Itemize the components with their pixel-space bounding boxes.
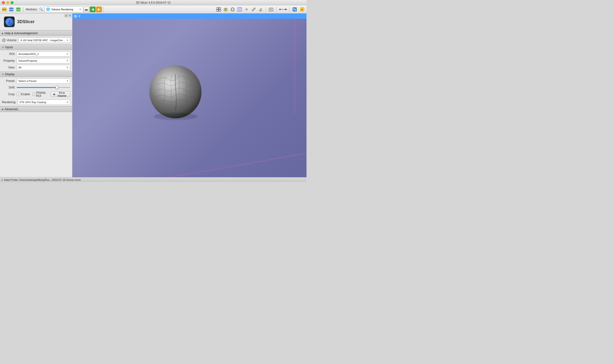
fit-to-volume-button[interactable]: ⊕ Fit to Volume <box>50 91 70 97</box>
svg-text:✳: ✳ <box>245 7 248 11</box>
preset-row: Preset: Select a Preset ▼ <box>2 78 70 84</box>
property-dropdown[interactable]: VolumeProperty ▼ <box>17 58 70 63</box>
left-toolbar-group: DATA DCM SAVE <box>1 6 22 13</box>
screenshot-button[interactable] <box>268 6 274 13</box>
rendering-dropdown-value: VTK GPU Ray Casting <box>19 101 66 104</box>
shift-row: Shift: <box>0 85 72 90</box>
eraser-button[interactable] <box>257 6 264 13</box>
modules-search-button[interactable]: 🔍 <box>39 7 43 12</box>
close-button[interactable] <box>2 1 5 4</box>
svg-text:E: E <box>301 8 303 11</box>
nav-back-button[interactable]: ▬ <box>83 7 89 12</box>
preset-dropdown-value: Select a Preset <box>18 79 66 82</box>
main-layout: ⊡ ✕ 3DSlicer ▶ Help & Acknowledgement <box>0 13 306 177</box>
maximize-button[interactable] <box>11 1 14 4</box>
svg-rect-9 <box>219 10 221 11</box>
shift-label: Shift: <box>2 86 15 89</box>
data-button[interactable]: DATA <box>1 6 8 13</box>
cube-button[interactable] <box>222 6 229 13</box>
slicer-logo <box>4 16 15 27</box>
svg-point-33 <box>3 39 5 41</box>
enable-label-text: Enable <box>21 92 30 96</box>
asterisk-button[interactable]: ✳ <box>243 6 250 13</box>
svg-marker-23 <box>285 8 287 10</box>
svg-text:Py: Py <box>293 8 296 11</box>
volume-dropdown-arrow: ▼ <box>66 39 68 41</box>
nav-prev-button[interactable]: ◀ <box>90 7 95 12</box>
display-roi-label-text: Display ROI <box>36 91 48 98</box>
advanced-section: ▶ Advanced... <box>0 106 72 112</box>
rendering-dropdown[interactable]: VTK GPU Ray Casting ▼ <box>18 100 70 105</box>
panel-close-button[interactable]: ✕ <box>68 14 72 17</box>
enable-checkbox[interactable]: ✓ <box>17 92 20 96</box>
panel-pin-button[interactable]: ⊡ <box>64 14 68 17</box>
inputs-section-label: Inputs <box>5 46 13 49</box>
roi-label: ROI: <box>2 52 15 56</box>
mesh-button[interactable] <box>236 6 243 13</box>
panel-header: 3DSlicer <box>0 13 72 30</box>
preset-dropdown[interactable]: Select a Preset ▼ <box>17 78 70 84</box>
display-section-header[interactable]: ▼ Display <box>0 71 72 77</box>
help-section-label: Help & Acknowledgement <box>5 32 38 35</box>
help-section-header[interactable]: ▶ Help & Acknowledgement <box>0 30 72 36</box>
svg-point-36 <box>154 113 197 120</box>
dcm-button[interactable]: DCM <box>8 6 15 13</box>
inputs-form: ROI: AnnotationROI_1 ▼ Property: VolumeP… <box>0 50 72 71</box>
display-arrow-icon: ▼ <box>2 73 4 76</box>
view-dropdown-value: All <box>18 66 66 69</box>
inputs-section-header[interactable]: ▼ Inputs <box>0 44 72 50</box>
volume-label: Volume: <box>2 38 17 42</box>
advanced-section-header[interactable]: ▶ Advanced... <box>0 106 72 112</box>
volume-dropdown[interactable]: 4: AX fetal SSFSE ARC - imageOrientation… <box>19 38 70 43</box>
status-bar: ▸ Data Probe: /Users/esteegoldberg/Doc..… <box>0 177 306 182</box>
nav-next-button[interactable]: ▶ <box>96 7 102 12</box>
inputs-arrow-icon: ▼ <box>2 46 4 49</box>
property-dropdown-arrow: ▼ <box>66 60 68 62</box>
viewport-number: 1 <box>74 15 77 18</box>
slicer-logo-inner <box>6 18 13 26</box>
preset-dropdown-arrow: ▼ <box>66 80 68 82</box>
python-button[interactable]: Py <box>291 6 298 13</box>
modules-section: Modules: 🔍 🌐 Volume Rendering ▼ <box>26 7 83 12</box>
shift-slider-track <box>17 87 70 88</box>
save-button[interactable]: SAVE <box>15 6 22 13</box>
brain-3d-container <box>144 61 212 129</box>
shift-slider[interactable] <box>17 86 70 90</box>
toolbar-sep-4 <box>276 7 276 12</box>
advanced-arrow-icon: ▶ <box>2 108 4 110</box>
viewport-area: 1 ✛ <box>72 13 306 177</box>
ext-manager-button[interactable]: E <box>299 6 306 13</box>
shift-slider-thumb[interactable] <box>55 86 58 89</box>
viewport-header: 1 ✛ <box>72 13 306 19</box>
modules-dropdown-value: Volume Rendering <box>51 8 73 11</box>
view-label: View: <box>2 66 15 69</box>
svg-rect-7 <box>219 7 221 9</box>
layout-button[interactable] <box>215 6 222 13</box>
viewport-body[interactable] <box>72 19 306 177</box>
property-row: Property: VolumeProperty ▼ <box>2 58 70 63</box>
pencil-button[interactable] <box>250 6 257 13</box>
minimize-button[interactable] <box>6 1 9 4</box>
app-title: 3DSlicer <box>17 19 35 24</box>
modules-dropdown[interactable]: 🌐 Volume Rendering ▼ <box>44 7 83 12</box>
fit-to-volume-icon: ⊕ <box>53 93 55 96</box>
roi-dropdown[interactable]: AnnotationROI_1 ▼ <box>17 51 70 57</box>
property-label: Property: <box>2 59 15 63</box>
sphere-button[interactable] <box>229 6 236 13</box>
volume-icon <box>2 38 6 42</box>
svg-point-13 <box>231 8 234 11</box>
svg-rect-6 <box>217 7 218 9</box>
svg-point-21 <box>270 9 272 10</box>
svg-rect-8 <box>217 10 218 11</box>
display-roi-radio-label[interactable]: Display ROI <box>32 91 48 98</box>
svg-text:DATA: DATA <box>2 9 7 10</box>
crop-label: Crop: <box>2 92 15 96</box>
orientation-button[interactable] <box>278 6 288 13</box>
enable-checkbox-label[interactable]: ✓ Enable <box>17 92 30 96</box>
crosshair-horizontal-line <box>168 153 306 177</box>
display-roi-radio[interactable] <box>32 92 35 96</box>
view-toolbar-group: ✳ <box>215 6 264 13</box>
view-dropdown[interactable]: All ▼ <box>17 65 70 70</box>
rendering-dropdown-arrow: ▼ <box>66 101 68 104</box>
roi-dropdown-arrow: ▼ <box>66 53 68 55</box>
